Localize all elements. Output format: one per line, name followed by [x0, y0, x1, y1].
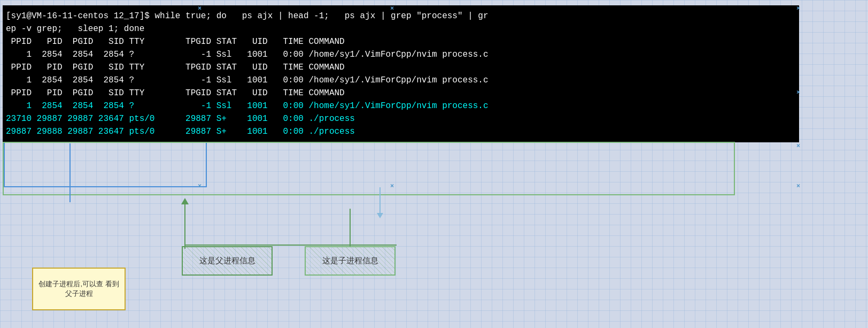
- terminal-line-1: [sy1@VM-16-11-centos 12_17]$ while true;…: [6, 10, 796, 22]
- parent-process-box: [4, 142, 207, 187]
- blue-connector-line: [69, 143, 71, 202]
- green-horizontal-line: [184, 245, 397, 246]
- child-label-text: 这是子进程信息: [322, 256, 378, 266]
- green-vertical-child-line: [350, 209, 351, 246]
- terminal-line-10: 29887 29888 29887 23647 pts/0 29887 S+ 1…: [6, 125, 796, 138]
- terminal-line-4: 1 2854 2854 2854 ? -1 Ssl 1001 0:00 /hom…: [6, 48, 796, 61]
- cross-marker-4: ×: [796, 88, 800, 96]
- terminal-line-9: 23710 29887 29887 23647 pts/0 29887 S+ 1…: [6, 112, 796, 125]
- terminal: [sy1@VM-16-11-centos 12_17]$ while true;…: [3, 5, 799, 142]
- terminal-line-2: ep -v grep; sleep 1; done: [6, 22, 796, 35]
- arrow-up-parent: [184, 203, 185, 249]
- cross-marker-6: ×: [198, 182, 201, 189]
- cross-marker-1: ×: [198, 4, 201, 12]
- child-label-box: 这是子进程信息: [305, 246, 396, 276]
- parent-label-text: 这是父进程信息: [199, 256, 255, 266]
- terminal-line-5: PPID PID PGID SID TTY TPGID STAT UID TIM…: [6, 61, 796, 74]
- note-box: 创建子进程后,可以查 看到父子进程: [32, 268, 126, 310]
- cross-marker-3: ×: [796, 4, 800, 12]
- terminal-line-8: 1 2854 2854 2854 ? -1 Ssl 1001 0:00 /hom…: [6, 100, 796, 112]
- cross-marker-2: ×: [390, 4, 394, 12]
- terminal-line-7: PPID PID PGID SID TTY TPGID STAT UID TIM…: [6, 87, 796, 100]
- parent-label-box: 这是父进程信息: [182, 246, 273, 276]
- cross-marker-8: ×: [390, 182, 394, 189]
- arrow-down-blue: [379, 187, 381, 214]
- note-text: 创建子进程后,可以查 看到父子进程: [36, 279, 122, 299]
- terminal-line-6: 1 2854 2854 2854 ? -1 Ssl 1001 0:00 /hom…: [6, 74, 796, 87]
- cross-marker-5: ×: [796, 142, 800, 149]
- terminal-line-3: PPID PID PGID SID TTY TPGID STAT UID TIM…: [6, 35, 796, 48]
- cross-marker-7: ×: [796, 182, 800, 189]
